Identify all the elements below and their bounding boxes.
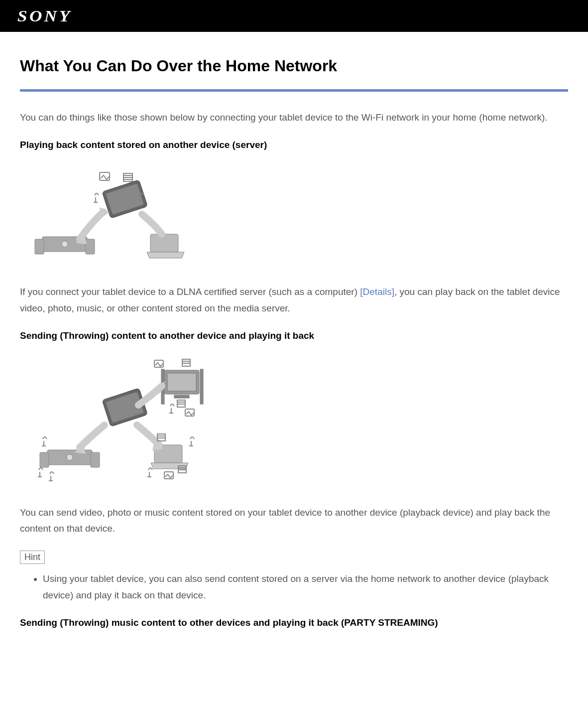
svg-rect-2 xyxy=(86,239,95,254)
brand-logo: SONY xyxy=(17,7,72,25)
section3-heading: Sending (Throwing) music content to othe… xyxy=(20,617,568,628)
svg-rect-17 xyxy=(91,452,100,467)
svg-point-18 xyxy=(67,454,73,460)
hint-label: Hint xyxy=(20,551,45,564)
details-link[interactable]: [Details] xyxy=(360,286,394,297)
svg-rect-6 xyxy=(150,234,178,252)
intro-text: You can do things like those shown below… xyxy=(20,110,568,126)
svg-rect-26 xyxy=(200,369,203,404)
svg-marker-7 xyxy=(147,252,184,258)
title-rule xyxy=(20,89,568,92)
svg-rect-5 xyxy=(106,184,144,215)
svg-rect-27 xyxy=(174,395,189,398)
svg-rect-24 xyxy=(167,373,196,391)
page-title: What You Can Do Over the Home Network xyxy=(20,57,568,75)
svg-rect-1 xyxy=(35,239,44,254)
hint-list: Using your tablet device, you can also s… xyxy=(20,571,568,603)
section1-heading: Playing back content stored on another d… xyxy=(20,140,568,150)
section1-body-prefix: If you connect your tablet device to a D… xyxy=(20,286,360,297)
hint-item: Using your tablet device, you can also s… xyxy=(43,571,568,603)
section2-heading: Sending (Throwing) content to another de… xyxy=(20,330,568,341)
diagram-playback xyxy=(20,164,568,264)
svg-point-3 xyxy=(62,241,68,247)
svg-rect-16 xyxy=(40,452,49,467)
diagram-throwing xyxy=(20,355,568,485)
section2-body: You can send video, photo or music conte… xyxy=(20,505,568,537)
content-area: What You Can Do Over the Home Network Yo… xyxy=(0,32,588,662)
header-bar: SONY xyxy=(0,0,588,32)
hint-block: Hint Using your tablet device, you can a… xyxy=(20,551,568,603)
section1-body: If you connect your tablet device to a D… xyxy=(20,284,568,316)
